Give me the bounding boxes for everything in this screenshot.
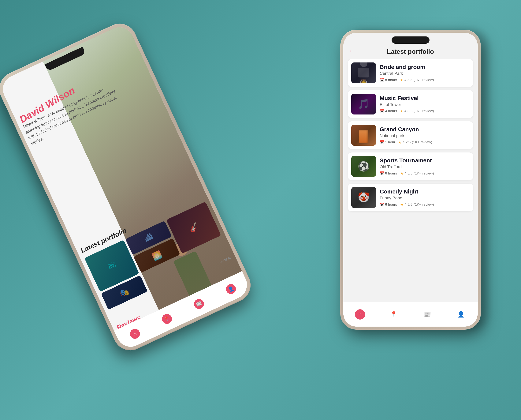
rating-text-2: 4.3/5 [404, 109, 412, 113]
rating-text-1: 4.5/5 [404, 78, 412, 82]
portrait-icon: 🎸 [187, 222, 200, 234]
review-count-1: (1K+ review) [414, 78, 434, 82]
review-count-2: (1K+ review) [414, 109, 434, 113]
phone-left: David Wilson David Wilson, a talented ph… [0, 18, 256, 356]
back-button[interactable]: ← [349, 48, 354, 54]
thumb-comedy-night: 🤡 [351, 187, 376, 208]
nav-profile-left[interactable]: 👤 [224, 282, 237, 295]
phone-right-body: ← Latest portfolio [340, 30, 481, 330]
phone-left-body: David Wilson David Wilson, a talented ph… [0, 18, 256, 356]
calendar-icon-1: 📅 [380, 78, 384, 82]
sports-icon: ⚽ [358, 161, 370, 172]
rating-2: ★ 4.3/5 (1K+ review) [400, 109, 434, 113]
city-icon: 🏙 [143, 232, 154, 243]
card-info-5: Comedy Night Funny Bone 📅 6 hours ★ [380, 188, 470, 207]
thumb-music-festival: 🎵 [351, 94, 376, 114]
home-icon-left: ⌂ [133, 331, 137, 337]
dynamic-island [392, 37, 430, 44]
phone-right-screen: ← Latest portfolio [343, 33, 478, 327]
location-icon-left: 📍 [163, 315, 171, 322]
nav-home-right[interactable]: ⌂ [355, 309, 365, 320]
nav-location-right[interactable]: 📍 [388, 309, 399, 320]
card-comedy-night[interactable]: 🤡 Comedy Night Funny Bone 📅 6 hours [348, 184, 473, 211]
review-count-3: (1K+ review) [412, 140, 432, 144]
phone-right: ← Latest portfolio [340, 30, 481, 330]
rating-1: ★ 4.5/5 (1K+ review) [400, 78, 434, 82]
rating-text-3: 4.2/5 [402, 140, 410, 144]
thumb-sports-tournament: ⚽ [351, 156, 376, 177]
home-icon-right: ⌂ [358, 311, 362, 317]
card-location-4: Old Trafford [380, 165, 470, 169]
thumb-grand-canyon [351, 125, 376, 146]
card-meta-3: 📅 1 hour ★ 4.2/5 (1K+ review) [380, 140, 470, 144]
duration-2: 📅 4 hours [380, 109, 397, 113]
review-count-4: (1K+ review) [414, 171, 434, 175]
performer-icon: 🎭 [118, 286, 130, 299]
duration-text-4: 6 hours [385, 171, 397, 175]
nav-profile-right[interactable]: 👤 [456, 309, 466, 320]
card-sports-tournament[interactable]: ⚽ Sports Tournament Old Trafford 📅 6 hou… [348, 152, 473, 180]
portfolio-list: 👰 Bride and groom Central Park 📅 [343, 59, 478, 308]
bride-icon: 👰 [359, 78, 368, 83]
rating-5: ★ 4.5/5 (1K+ review) [400, 202, 434, 207]
bottom-nav-right: ⌂ 📍 📰 [343, 302, 478, 327]
calendar-icon-3: 📅 [380, 140, 384, 144]
card-music-festival[interactable]: 🎵 Music Festival Eiffel Tower 📅 4 hours [348, 90, 473, 118]
star-icon-4: ★ [400, 171, 403, 176]
card-title-4: Sports Tournament [380, 157, 470, 164]
card-bride-groom[interactable]: 👰 Bride and groom Central Park 📅 [348, 59, 473, 87]
location-icon-right: 📍 [390, 311, 397, 318]
star-icon-3: ★ [398, 140, 402, 144]
card-location-5: Funny Bone [380, 195, 470, 201]
comedy-icon: 🤡 [358, 192, 370, 203]
card-location-2: Eiffel Tower [380, 102, 470, 107]
music-icon: 🎵 [358, 98, 370, 110]
star-icon-2: ★ [400, 109, 403, 113]
card-info-2: Music Festival Eiffel Tower 📅 4 hours ★ [380, 95, 470, 113]
right-header-title: Latest portfolio [387, 48, 434, 55]
rating-text-4: 4.5/5 [404, 171, 412, 175]
duration-text-2: 4 hours [385, 109, 397, 113]
calendar-icon-4: 📅 [380, 171, 384, 175]
duration-5: 📅 6 hours [380, 202, 397, 207]
duration-1: 📅 8 hours [380, 78, 397, 82]
duration-text-3: 1 hour [385, 140, 395, 144]
duration-4: 📅 6 hours [380, 171, 397, 175]
nav-home-left[interactable]: ⌂ [128, 327, 141, 340]
star-icon-1: ★ [400, 78, 403, 82]
card-meta-4: 📅 6 hours ★ 4.5/5 (1K+ review) [380, 171, 470, 176]
card-title-2: Music Festival [380, 95, 470, 101]
scene: David Wilson David Wilson, a talented ph… [33, 20, 488, 400]
star-icon-5: ★ [400, 202, 403, 207]
home-circle-right: ⌂ [355, 309, 365, 320]
profile-plain-right: 👤 [456, 309, 466, 320]
news-icon-left: 📰 [195, 300, 202, 308]
profile-icon-left: 👤 [227, 285, 235, 292]
card-location-1: Central Park [380, 71, 470, 76]
card-grand-canyon[interactable]: Grand Canyon National park 📅 1 hour ★ [348, 121, 473, 149]
card-meta-5: 📅 6 hours ★ 4.5/5 (1K+ review) [380, 202, 470, 207]
left-content: David Wilson David Wilson, a talented ph… [0, 22, 252, 352]
rating-4: ★ 4.5/5 (1K+ review) [400, 171, 434, 176]
duration-3: 📅 1 hour [380, 140, 395, 144]
card-info-1: Bride and groom Central Park 📅 8 hours ★ [380, 64, 470, 82]
card-title-5: Comedy Night [380, 188, 470, 195]
duration-text-5: 6 hours [385, 202, 397, 207]
nav-location-left[interactable]: 📍 [160, 312, 173, 325]
card-location-3: National park [380, 133, 470, 138]
thumb-bride-groom: 👰 [351, 62, 376, 83]
location-plain-right: 📍 [388, 309, 399, 320]
news-plain-right: 📰 [422, 309, 432, 320]
landscape-icon: 🌅 [150, 249, 163, 262]
phone-left-screen: David Wilson David Wilson, a talented ph… [0, 22, 252, 352]
right-content: ← Latest portfolio [343, 33, 478, 327]
dna-icon: ⚛ [104, 258, 119, 274]
profile-icon-right: 👤 [457, 311, 464, 318]
review-count-5: (1K+ review) [414, 202, 434, 207]
calendar-icon-5: 📅 [380, 202, 384, 207]
nav-news-left[interactable]: 📰 [192, 297, 205, 310]
rating-text-5: 4.5/5 [404, 202, 412, 207]
rating-3: ★ 4.2/5 (1K+ review) [398, 140, 432, 144]
nav-news-right[interactable]: 📰 [422, 309, 432, 320]
card-title-1: Bride and groom [380, 64, 470, 70]
